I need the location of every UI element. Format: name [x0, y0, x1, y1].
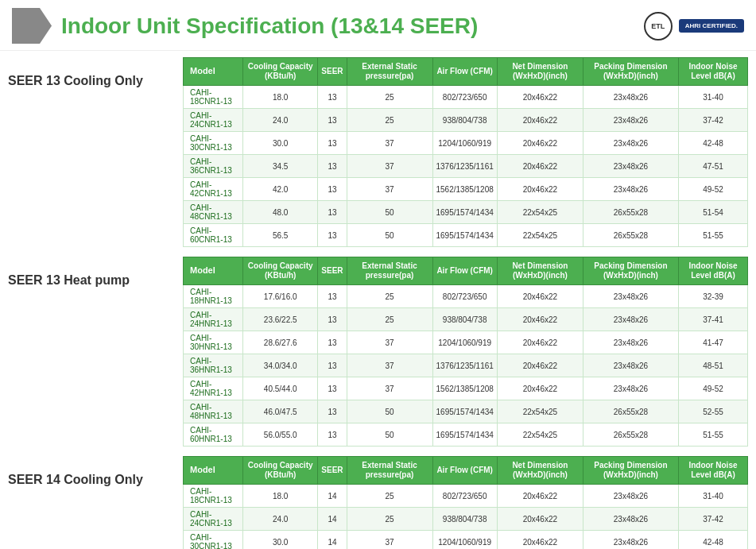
cell-1-2: 14 [318, 508, 347, 531]
page-header: Indoor Unit Specification (13&14 SEER) E… [0, 0, 756, 51]
table-row: CAHI-60HNR1-1356.0/55.013501695/1574/143… [184, 423, 748, 447]
spec-table-0: ModelCooling Capacity (KBtu/h)SEERExtern… [183, 57, 748, 247]
cell-1-1: 24.0 [243, 109, 318, 132]
th-air_flow: Air Flow (CFM) [432, 457, 497, 485]
cell-6-5: 22x54x25 [497, 224, 583, 247]
section-2: SEER 14 Cooling OnlyModelCooling Capacit… [8, 456, 748, 549]
cell-3-0: CAHI-36HNR1-13 [184, 354, 243, 377]
cell-1-4: 938/804/738 [432, 508, 497, 531]
cell-2-3: 37 [347, 132, 432, 155]
cell-2-0: CAHI-30CNR1-13 [184, 132, 243, 155]
cell-4-3: 37 [347, 178, 432, 201]
certification-badges: ETL AHRI CERTIFIED. [644, 12, 744, 41]
section-label-2: SEER 14 Cooling Only [8, 456, 175, 489]
section-0: SEER 13 Cooling OnlyModelCooling Capacit… [8, 57, 748, 247]
cell-0-4: 802/723/650 [432, 485, 497, 508]
cell-2-0: CAHI-30CNR1-13 [184, 531, 243, 550]
section-1: SEER 13 Heat pumpModelCooling Capacity (… [8, 257, 748, 447]
cell-3-7: 48-51 [678, 354, 747, 377]
cell-0-1: 18.0 [243, 485, 318, 508]
th-net_dimension: Net Dimension (WxHxD)(inch) [497, 457, 583, 485]
th-indoor_noise: Indoor Noise Level dB(A) [678, 257, 747, 285]
th-model: Model [184, 257, 243, 285]
cell-6-1: 56.0/55.0 [243, 423, 318, 447]
cell-5-5: 22x54x25 [497, 400, 583, 423]
table-row: CAHI-24HNR1-1323.6/22.51325938/804/73820… [184, 308, 748, 331]
cell-3-5: 20x46x22 [497, 354, 583, 377]
table-wrapper-2: ModelCooling Capacity (KBtu/h)SEERExtern… [183, 456, 748, 549]
th-packing_dimension: Packing Dimension (WxHxD)(inch) [583, 457, 678, 485]
cell-4-5: 20x46x22 [497, 377, 583, 400]
cell-1-7: 37-42 [678, 508, 747, 531]
cell-0-4: 802/723/650 [432, 86, 497, 109]
cell-1-0: CAHI-24HNR1-13 [184, 308, 243, 331]
cell-2-2: 13 [318, 331, 347, 354]
cell-0-5: 20x46x22 [497, 285, 583, 308]
cell-0-3: 25 [347, 285, 432, 308]
cell-1-4: 938/804/738 [432, 109, 497, 132]
cell-5-7: 52-55 [678, 400, 747, 423]
section-label-0: SEER 13 Cooling Only [8, 57, 175, 90]
page-title: Indoor Unit Specification (13&14 SEER) [61, 14, 634, 39]
cell-1-3: 25 [347, 109, 432, 132]
cell-5-1: 48.0 [243, 201, 318, 224]
table-row: CAHI-30HNR1-1328.6/27.613371204/1060/919… [184, 331, 748, 354]
th-indoor_noise: Indoor Noise Level dB(A) [678, 58, 747, 86]
spec-table-1: ModelCooling Capacity (KBtu/h)SEERExtern… [183, 257, 748, 447]
th-model: Model [184, 457, 243, 485]
th-air_flow: Air Flow (CFM) [432, 58, 497, 86]
cell-5-6: 26x55x28 [583, 400, 678, 423]
cell-5-0: CAHI-48CNR1-13 [184, 201, 243, 224]
cell-2-4: 1204/1060/919 [432, 331, 497, 354]
th-external_static_pressure: External Static pressure(pa) [347, 257, 432, 285]
th-external_static_pressure: External Static pressure(pa) [347, 457, 432, 485]
cell-0-1: 18.0 [243, 86, 318, 109]
cell-6-2: 13 [318, 423, 347, 447]
cell-2-6: 23x48x26 [583, 531, 678, 550]
th-indoor_noise: Indoor Noise Level dB(A) [678, 457, 747, 485]
cell-5-0: CAHI-48HNR1-13 [184, 400, 243, 423]
cell-6-6: 26x55x28 [583, 423, 678, 447]
cell-3-4: 1376/1235/1161 [432, 155, 497, 178]
cell-0-3: 25 [347, 86, 432, 109]
cell-4-6: 23x48x26 [583, 377, 678, 400]
table-row: CAHI-48CNR1-1348.013501695/1574/143422x5… [184, 201, 748, 224]
cell-6-4: 1695/1574/1434 [432, 224, 497, 247]
cell-0-7: 31-40 [678, 86, 747, 109]
spec-table-2: ModelCooling Capacity (KBtu/h)SEERExtern… [183, 456, 748, 549]
cell-6-4: 1695/1574/1434 [432, 423, 497, 447]
cell-4-5: 20x46x22 [497, 178, 583, 201]
table-row: CAHI-48HNR1-1346.0/47.513501695/1574/143… [184, 400, 748, 423]
table-row: CAHI-18CNR1-1318.01425802/723/65020x46x2… [184, 485, 748, 508]
cell-2-5: 20x46x22 [497, 132, 583, 155]
th-model: Model [184, 58, 243, 86]
cell-2-7: 42-48 [678, 132, 747, 155]
cell-1-5: 20x46x22 [497, 508, 583, 531]
cell-5-5: 22x54x25 [497, 201, 583, 224]
th-air_flow: Air Flow (CFM) [432, 257, 497, 285]
cell-5-3: 50 [347, 201, 432, 224]
table-row: CAHI-36CNR1-1334.513371376/1235/116120x4… [184, 155, 748, 178]
cell-4-4: 1562/1385/1208 [432, 178, 497, 201]
cell-6-3: 50 [347, 224, 432, 247]
cell-2-4: 1204/1060/919 [432, 132, 497, 155]
th-cooling_capacity: Cooling Capacity (KBtu/h) [243, 58, 318, 86]
cell-5-2: 13 [318, 201, 347, 224]
cell-2-2: 13 [318, 132, 347, 155]
cell-5-3: 50 [347, 400, 432, 423]
cell-4-0: CAHI-42CNR1-13 [184, 178, 243, 201]
cell-0-2: 14 [318, 485, 347, 508]
cell-6-5: 22x54x25 [497, 423, 583, 447]
cell-0-5: 20x46x22 [497, 86, 583, 109]
cell-4-7: 49-52 [678, 377, 747, 400]
cell-3-3: 37 [347, 354, 432, 377]
cell-0-7: 31-40 [678, 485, 747, 508]
etl-badge: ETL [644, 12, 673, 41]
cell-2-1: 28.6/27.6 [243, 331, 318, 354]
brand-icon [12, 8, 52, 44]
ahri-badge: AHRI CERTIFIED. [679, 19, 744, 33]
cell-1-0: CAHI-24CNR1-13 [184, 508, 243, 531]
th-seer: SEER [318, 457, 347, 485]
cell-5-4: 1695/1574/1434 [432, 400, 497, 423]
cell-0-5: 20x46x22 [497, 485, 583, 508]
